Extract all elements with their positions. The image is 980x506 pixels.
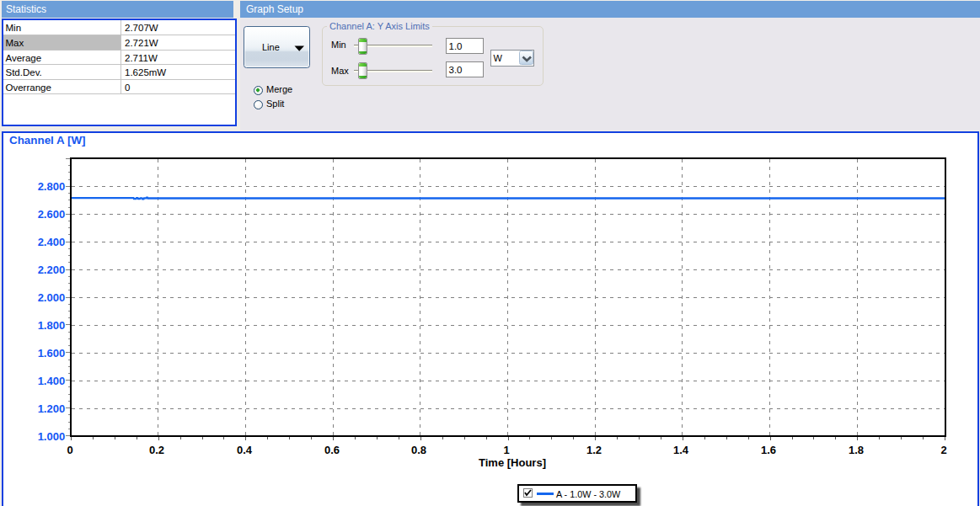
svg-text:1.400: 1.400 <box>38 375 66 387</box>
svg-text:0.6: 0.6 <box>324 444 340 456</box>
svg-text:1.000: 1.000 <box>38 430 66 443</box>
svg-text:0.4: 0.4 <box>237 444 253 456</box>
svg-text:1: 1 <box>503 444 509 456</box>
svg-text:2.200: 2.200 <box>38 264 66 276</box>
svg-text:1.4: 1.4 <box>673 444 689 456</box>
svg-text:0.8: 0.8 <box>411 444 426 456</box>
svg-text:2.800: 2.800 <box>38 180 66 193</box>
svg-text:2.000: 2.000 <box>38 291 66 304</box>
svg-text:2: 2 <box>940 444 946 456</box>
svg-text:Time [Hours]: Time [Hours] <box>479 456 546 469</box>
svg-text:2.600: 2.600 <box>38 208 66 221</box>
svg-text:1.200: 1.200 <box>38 402 66 415</box>
svg-text:1.800: 1.800 <box>38 319 66 332</box>
svg-text:1.600: 1.600 <box>38 347 66 360</box>
svg-text:0.2: 0.2 <box>149 444 164 456</box>
svg-text:1.6: 1.6 <box>761 444 776 456</box>
svg-text:0: 0 <box>67 444 72 456</box>
svg-text:1.8: 1.8 <box>849 444 864 456</box>
svg-text:2.400: 2.400 <box>38 236 66 248</box>
svg-text:1.2: 1.2 <box>586 444 602 456</box>
